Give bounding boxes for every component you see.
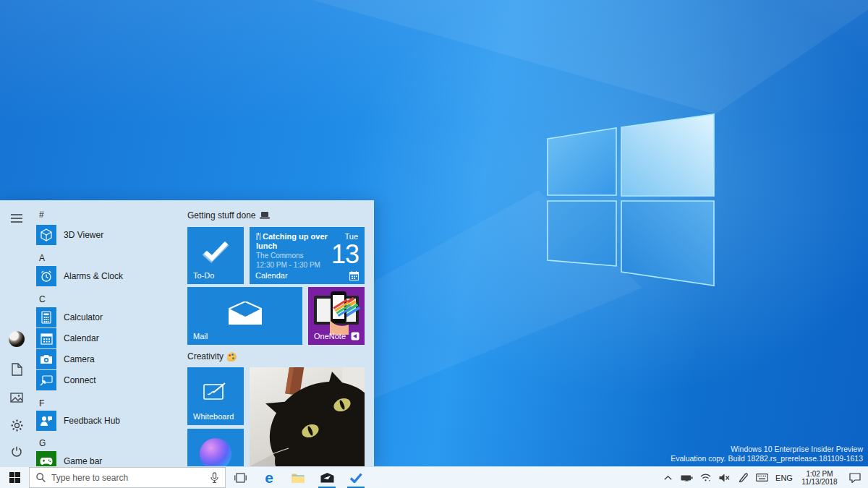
tile-photo[interactable] [250,367,365,466]
mail-taskbar-icon [320,473,334,483]
app-section-header[interactable]: # [39,210,126,220]
action-center-button[interactable] [842,467,868,488]
taskbar-search[interactable] [29,467,226,488]
tile-label: To-Do [193,271,214,280]
microsoft-badge-icon [351,332,359,341]
cat-photo [250,367,365,466]
start-menu: # 3D Viewer A Alarms & Clock C Calcul [0,200,374,466]
tile-group-title: Creativity [187,351,224,361]
taskbar: e [0,466,868,488]
feedback-hub-icon [36,411,56,431]
tile-cortana[interactable] [187,429,244,466]
language-indicator[interactable]: ENG [771,467,797,488]
app-item-game-bar[interactable]: Game bar [36,451,152,466]
build-watermark-line2: Evaluation copy. Build 18282.rs_prerelea… [671,454,863,463]
calendar-event: Catching up over lunch The Commons 12:30… [256,232,359,267]
cortana-orb-icon [200,438,231,466]
todo-button[interactable] [341,467,370,488]
app-item-camera[interactable]: Camera [36,349,152,369]
todo-taskbar-icon [349,473,362,483]
edge-button[interactable]: e [255,467,284,488]
mail-button[interactable] [312,467,341,488]
calendar-event-title: Catching up over lunch [256,232,331,251]
battery-icon[interactable] [677,467,696,488]
app-item-feedback-hub[interactable]: Feedback Hub [36,411,152,431]
laptop-emoji-icon [260,212,270,220]
app-item-label: Feedback Hub [64,416,120,426]
clock-date: 11/13/2018 [801,478,837,486]
camera-icon [36,349,56,369]
app-item-alarms-clock[interactable]: Alarms & Clock [36,266,152,286]
app-item-label: Alarms & Clock [64,271,123,281]
tile-whiteboard[interactable]: Whiteboard [187,367,244,425]
tile-todo[interactable]: To-Do [187,227,244,284]
palette-emoji-icon [227,352,237,361]
start-menu-tiles: Getting stuff done To-Do Catching up ove… [187,200,365,466]
build-watermark-line1: Windows 10 Enterprise Insider Preview [671,445,863,454]
microphone-icon[interactable] [210,472,218,483]
game-bar-icon [36,451,56,466]
whiteboard-icon [187,367,244,416]
edge-icon: e [265,470,273,485]
tile-calendar[interactable]: Catching up over lunch The Commons 12:30… [250,227,365,284]
search-input[interactable] [51,473,205,483]
alarms-clock-icon [36,266,56,286]
wifi-icon[interactable] [696,467,715,488]
app-item-connect[interactable]: Connect [36,370,152,390]
todo-check-icon [187,227,244,277]
calendar-date: 13 [331,239,359,270]
app-item-label: Calculator [64,312,103,322]
app-section-header[interactable]: F [39,398,126,408]
tile-onenote[interactable]: OneNote [308,287,365,345]
app-item-calendar[interactable]: Calendar [36,328,152,348]
clock-time: 1:02 PM [806,470,833,478]
search-icon [36,473,46,482]
start-menu-app-list: # 3D Viewer A Alarms & Clock C Calcul [0,200,153,466]
tile-label: Calendar [255,271,288,280]
tile-label: Whiteboard [193,412,234,421]
build-watermark: Windows 10 Enterprise Insider Preview Ev… [671,445,863,463]
taskbar-clock[interactable]: 1:02 PM 11/13/2018 [797,467,842,488]
file-explorer-icon [292,473,305,483]
app-item-label: 3D Viewer [64,230,103,240]
tile-group-title: Getting stuff done [187,210,256,221]
app-section-header[interactable]: C [39,294,126,304]
task-view-button[interactable] [226,467,255,488]
desktop: Windows 10 Enterprise Insider Preview Ev… [0,0,868,488]
file-explorer-button[interactable] [284,467,312,488]
3d-viewer-icon [36,225,56,245]
pen-icon[interactable] [733,467,752,488]
app-item-calculator[interactable]: Calculator [36,307,152,328]
tile-label: OneNote [314,332,346,341]
app-item-3d-viewer[interactable]: 3D Viewer [36,225,152,245]
app-item-label: Camera [64,354,95,364]
tile-group-header-getting-stuff-done[interactable]: Getting stuff done [187,210,270,221]
calendar-app-icon [36,328,56,348]
app-item-label: Calendar [64,333,99,343]
tile-group-header-creativity[interactable]: Creativity [187,351,237,361]
app-item-label: Connect [64,375,96,385]
app-section-header[interactable]: G [39,438,126,448]
windows-wallpaper-logo [545,114,718,287]
touch-keyboard-icon[interactable] [752,467,771,488]
taskbar-spacer [370,467,658,488]
volume-muted-icon[interactable] [715,467,733,488]
tray-show-hidden-icons-button[interactable] [658,467,677,488]
app-item-label: Game bar [64,456,102,466]
connect-icon [36,370,56,390]
calendar-badge-icon [349,271,359,281]
tile-mail[interactable]: Mail [187,287,302,345]
app-section-header[interactable]: A [39,253,126,263]
start-button[interactable] [0,467,29,488]
tile-label: Mail [193,332,208,341]
calculator-icon [36,307,56,328]
meal-icon [256,233,261,240]
